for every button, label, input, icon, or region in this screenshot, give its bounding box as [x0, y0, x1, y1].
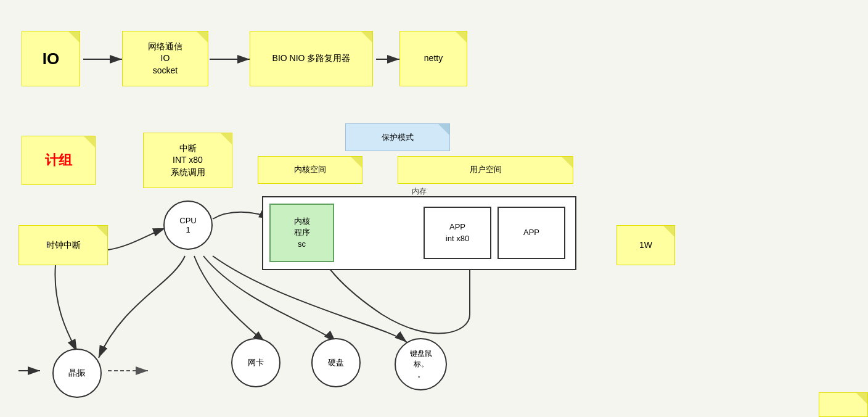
memory-container: 内存 内核 程序 sc APP int x80 APP: [262, 196, 576, 270]
io-note: IO: [22, 31, 80, 86]
onew-note: 1W: [616, 225, 675, 265]
crystal-node: 晶振: [52, 349, 102, 398]
counter-note: 计组: [22, 136, 96, 185]
memory-label: 内存: [412, 186, 427, 197]
disk-node: 硬盘: [311, 338, 361, 387]
kernel-space-note: 内核空间: [258, 156, 362, 184]
interrupt-note: 中断 INT x80 系统调用: [143, 133, 232, 188]
network-note: 网络通信 IO socket: [122, 31, 208, 86]
nic-node: 网卡: [231, 338, 280, 387]
netty-note: netty: [399, 31, 467, 86]
cpu-node: CPU 1: [163, 200, 213, 250]
app-box: APP: [497, 207, 565, 259]
clock-interrupt-note: 时钟中断: [18, 225, 108, 265]
kernel-prog-box: 内核 程序 sc: [269, 204, 334, 262]
app-int-box: APP int x80: [424, 207, 491, 259]
protect-mode-note: 保护模式: [345, 123, 450, 151]
user-space-note: 用户空间: [398, 156, 573, 184]
keyboard-node: 键盘鼠 标。 。: [395, 338, 447, 390]
bottom-right-note: [819, 392, 868, 417]
bio-nio-note: BIO NIO 多路复用器: [250, 31, 373, 86]
